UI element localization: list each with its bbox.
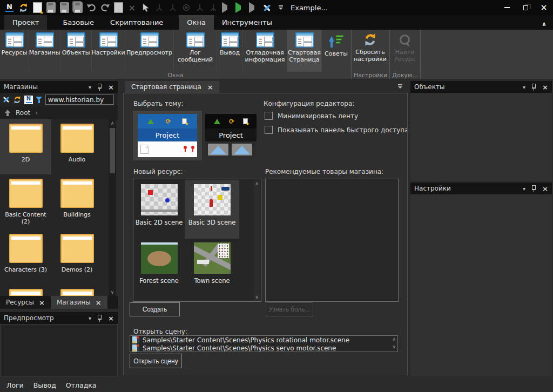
ribbon-group-label-windows: Окна	[0, 72, 351, 79]
scroll-down-icon[interactable]: ∨	[255, 294, 259, 300]
new-file-icon[interactable]	[33, 2, 42, 13]
pin-icon[interactable]	[531, 84, 536, 91]
folder-item[interactable]	[51, 285, 103, 296]
ribbon-button-output[interactable]: Вывод	[217, 30, 243, 72]
save-as-icon[interactable]	[60, 2, 69, 13]
resource-item-basic-3d[interactable]: Basic 3D scene	[185, 180, 239, 239]
panel-menu-icon[interactable]: ▾	[523, 186, 525, 192]
pin-icon[interactable]	[97, 84, 102, 91]
resource-item-forest[interactable]: Forest scene	[133, 239, 185, 297]
pin-icon[interactable]	[97, 315, 102, 322]
scene-row[interactable]: Samples\Starter Content\Scenes\Physics r…	[130, 336, 397, 344]
status-tab-debug[interactable]: Отладка	[66, 381, 97, 389]
scroll-up-icon[interactable]: ∧	[255, 181, 259, 186]
recommended-label: Рекомендуемые товары магазина:	[265, 168, 383, 175]
ribbon-button-settings[interactable]: Настройки	[92, 30, 125, 72]
close-panel-icon[interactable]: ×	[108, 314, 114, 322]
resource-item-town[interactable]: Town scene	[185, 239, 239, 297]
ribbon-button-preview[interactable]: Предпросмотр	[125, 30, 174, 72]
ribbon-button-start-page[interactable]: Стартовая Страница	[287, 30, 322, 72]
ribbon-button-resources[interactable]: Ресурсы	[0, 30, 29, 72]
status-tab-output[interactable]: Вывод	[33, 381, 56, 389]
rotate-tool-icon	[168, 2, 177, 13]
collapse-ribbon-icon[interactable]: ∧	[542, 21, 547, 28]
refresh-icon[interactable]	[13, 96, 22, 104]
dock-tab-shops[interactable]: Магазины×	[51, 296, 107, 309]
tab-start-page[interactable]: Стартовая страница ×	[125, 81, 219, 93]
qat-customize-icon[interactable]	[276, 2, 285, 13]
folder-item[interactable]	[0, 285, 51, 296]
duplicate-icon[interactable]	[114, 2, 123, 13]
scroll-down-icon[interactable]: ∨	[111, 289, 114, 295]
status-tab-logs[interactable]: Логи	[6, 381, 24, 389]
tab-basic[interactable]: Базовые	[55, 15, 102, 30]
tab-project[interactable]: Проект	[4, 15, 47, 30]
scene-list-scrollbar[interactable]: ∧ ∨	[392, 336, 396, 350]
checkbox-qat-below-ribbon[interactable]: Показывать панель быстрого доступа под л…	[265, 126, 408, 134]
checkbox[interactable]	[265, 126, 273, 134]
close-tab-icon[interactable]: ×	[39, 299, 45, 307]
panel-menu-icon[interactable]: ▾	[89, 315, 91, 321]
folder-item-buildings[interactable]: Buildings	[51, 174, 103, 229]
tab-windows[interactable]: Окна	[179, 15, 214, 30]
folder-item-audio[interactable]: Audio	[51, 119, 103, 174]
recent-scenes-list: Samples\Starter Content\Scenes\Physics r…	[130, 335, 398, 352]
save-all-icon[interactable]	[73, 2, 83, 13]
folder-item-demos[interactable]: Demos (2)	[51, 229, 103, 285]
tools-icon[interactable]	[262, 2, 272, 13]
app-logo[interactable]: N	[5, 2, 14, 13]
scroll-up-icon[interactable]: ∧	[111, 120, 114, 126]
run-icon[interactable]	[222, 2, 231, 13]
resource-item-basic-2d[interactable]: Basic 2D scene	[133, 180, 185, 239]
theme-tile-light[interactable]: ⟳ Project	[133, 111, 202, 160]
folder-scrollbar-thumb[interactable]	[110, 128, 115, 173]
scroll-down-icon[interactable]: ∨	[392, 343, 396, 350]
redo-icon[interactable]	[100, 2, 110, 13]
breadcrumb-chevron-icon[interactable]: ›	[35, 109, 38, 117]
close-button[interactable]: ×	[535, 0, 553, 15]
close-panel-icon[interactable]: ×	[542, 185, 548, 193]
create-button[interactable]: Создать	[130, 302, 180, 316]
close-panel-icon[interactable]: ×	[108, 83, 114, 91]
close-panel-icon[interactable]: ×	[542, 83, 548, 91]
open-scene-button[interactable]: Открыть сцену	[130, 354, 182, 368]
breadcrumb-root[interactable]: Root	[16, 109, 30, 117]
checkbox[interactable]	[265, 112, 273, 120]
filter-icon[interactable]	[36, 96, 43, 103]
save-icon[interactable]	[46, 2, 56, 13]
play-icon[interactable]	[235, 2, 245, 13]
neoaxis-icon[interactable]: N	[24, 96, 33, 104]
up-level-icon[interactable]	[4, 110, 11, 116]
scroll-up-icon[interactable]: ∧	[392, 336, 396, 343]
folder-item-basic-content[interactable]: Basic Content (2)	[0, 174, 51, 229]
pin-icon[interactable]	[531, 185, 536, 192]
sync-icon[interactable]	[18, 2, 29, 13]
panel-menu-icon[interactable]: ▾	[523, 84, 525, 90]
ribbon-button-objects[interactable]: Объекты	[60, 30, 92, 72]
ribbon-button-debug-info[interactable]: Отладочная информация	[243, 30, 287, 72]
scene-row[interactable]: Samples\Starter Content\Scenes\Physics s…	[130, 344, 397, 352]
ribbon-button-tips[interactable]: Советы	[322, 30, 351, 72]
dock-tab-resources[interactable]: Ресурсы×	[0, 296, 51, 309]
ribbon-button-reset-settings[interactable]: Сбросить настройки	[352, 30, 389, 72]
document-list-icon[interactable]	[398, 84, 402, 89]
resource-scrollbar[interactable]: ∧ ∨	[253, 180, 260, 301]
ribbon-button-message-log[interactable]: Лог сообщений	[174, 30, 217, 72]
folder-item-2d[interactable]: 2D	[0, 119, 51, 174]
address-input[interactable]	[45, 94, 114, 105]
checkbox-minimize-ribbon[interactable]: Минимизировать ленту	[265, 112, 358, 120]
tab-scripting[interactable]: Скриптование	[102, 15, 171, 30]
close-tab-icon[interactable]: ×	[207, 83, 213, 91]
minimize-button[interactable]	[498, 0, 516, 15]
theme-tile-dark[interactable]: ⟳ Project	[205, 114, 257, 157]
folder-item-characters[interactable]: Characters (3)	[0, 229, 51, 285]
close-tab-icon[interactable]: ×	[96, 299, 102, 307]
restore-button[interactable]	[516, 0, 535, 15]
panel-menu-icon[interactable]: ▾	[89, 84, 91, 90]
undo-icon[interactable]	[87, 2, 96, 13]
select-tool-icon[interactable]	[141, 2, 150, 13]
ribbon-button-shops[interactable]: Магазины	[29, 30, 60, 72]
tools-icon[interactable]	[2, 96, 10, 104]
tab-tools[interactable]: Инструменты	[214, 15, 280, 30]
run-alt-icon[interactable]	[249, 2, 258, 13]
